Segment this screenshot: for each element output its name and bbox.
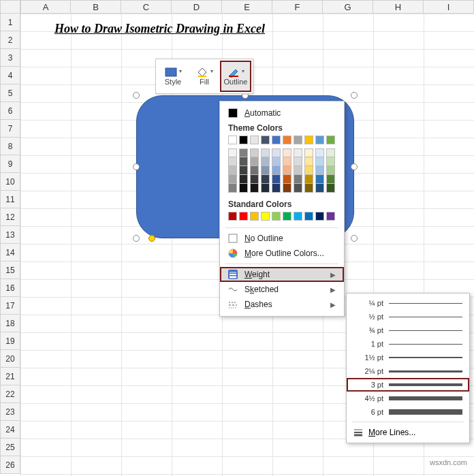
sketched-submenu[interactable]: Sketched ▶ [220, 282, 344, 297]
weight-option[interactable]: 4½ pt [347, 392, 469, 405]
color-swatch[interactable] [250, 212, 259, 221]
row-header[interactable]: 5 [0, 84, 20, 102]
weight-option[interactable]: 1½ pt [347, 351, 469, 364]
color-swatch[interactable] [315, 148, 324, 157]
color-swatch[interactable] [272, 157, 281, 166]
style-button[interactable]: ▾ Style [157, 61, 189, 92]
color-swatch[interactable] [261, 184, 270, 193]
row-header[interactable]: 20 [0, 350, 20, 368]
color-swatch[interactable] [315, 157, 324, 166]
color-swatch[interactable] [283, 136, 291, 144]
color-swatch[interactable] [294, 148, 302, 157]
color-swatch[interactable] [239, 212, 248, 221]
color-swatch[interactable] [315, 184, 324, 193]
col-header[interactable]: I [424, 0, 474, 14]
color-swatch[interactable] [261, 212, 270, 221]
weight-option[interactable]: 2¼ pt [347, 364, 469, 378]
no-outline[interactable]: No Outline [220, 231, 344, 246]
resize-handle-w[interactable] [133, 163, 140, 170]
color-swatch[interactable] [228, 212, 237, 221]
outline-button[interactable]: ▾ Outline [220, 61, 251, 92]
row-header[interactable]: 22 [0, 385, 20, 403]
color-swatch[interactable] [304, 212, 313, 221]
color-swatch[interactable] [261, 136, 270, 144]
row-header[interactable]: 24 [0, 421, 20, 439]
color-swatch[interactable] [250, 157, 259, 166]
more-lines[interactable]: More Lines... [347, 425, 469, 440]
color-swatch[interactable] [304, 175, 313, 184]
weight-option[interactable]: 3 pt [347, 378, 469, 392]
color-swatch[interactable] [283, 148, 291, 157]
row-header[interactable]: 14 [0, 244, 20, 261]
color-swatch[interactable] [239, 166, 248, 175]
resize-handle-e[interactable] [351, 163, 358, 170]
color-swatch[interactable] [261, 148, 270, 157]
row-header[interactable]: 1 [0, 14, 20, 31]
color-swatch[interactable] [304, 184, 313, 193]
color-swatch[interactable] [228, 184, 237, 193]
color-swatch[interactable] [261, 157, 270, 166]
dashes-submenu[interactable]: Dashes ▶ [220, 297, 344, 312]
color-swatch[interactable] [294, 175, 302, 184]
row-header[interactable]: 16 [0, 279, 20, 297]
color-swatch[interactable] [239, 157, 248, 166]
automatic-color[interactable]: Automatic [220, 106, 344, 121]
color-swatch[interactable] [261, 175, 270, 184]
weight-option[interactable]: 1 pt [347, 337, 469, 351]
col-header[interactable]: A [20, 0, 71, 14]
resize-handle-nw[interactable] [133, 92, 140, 99]
row-header[interactable]: 26 [0, 456, 20, 474]
row-header[interactable]: 10 [0, 173, 20, 191]
color-swatch[interactable] [272, 184, 281, 193]
color-swatch[interactable] [326, 148, 335, 157]
resize-handle-sw[interactable] [133, 235, 140, 242]
color-swatch[interactable] [250, 148, 259, 157]
col-header[interactable]: D [172, 0, 222, 14]
color-swatch[interactable] [239, 136, 248, 144]
row-header[interactable]: 6 [0, 102, 20, 120]
color-swatch[interactable] [326, 166, 335, 175]
resize-handle-ne[interactable] [351, 92, 358, 99]
weight-option[interactable]: ¾ pt [347, 323, 469, 337]
weight-option[interactable]: ½ pt [347, 310, 469, 323]
row-header[interactable]: 9 [0, 155, 20, 173]
color-swatch[interactable] [228, 136, 237, 144]
color-swatch[interactable] [283, 212, 291, 221]
color-swatch[interactable] [326, 157, 335, 166]
col-header[interactable]: E [222, 0, 272, 14]
row-header[interactable]: 8 [0, 138, 20, 155]
row-header[interactable]: 7 [0, 120, 20, 138]
col-header[interactable]: G [323, 0, 373, 14]
weight-option[interactable]: ¼ pt [347, 296, 469, 310]
color-swatch[interactable] [315, 136, 324, 144]
color-swatch[interactable] [315, 175, 324, 184]
weight-submenu[interactable]: Weight ▶ [220, 267, 344, 282]
color-swatch[interactable] [272, 166, 281, 175]
color-swatch[interactable] [304, 148, 313, 157]
col-header[interactable]: F [272, 0, 323, 14]
color-swatch[interactable] [326, 175, 335, 184]
color-swatch[interactable] [283, 184, 291, 193]
row-header[interactable]: 19 [0, 332, 20, 350]
col-header[interactable]: C [121, 0, 172, 14]
color-swatch[interactable] [228, 166, 237, 175]
row-header[interactable]: 15 [0, 261, 20, 279]
color-swatch[interactable] [283, 157, 291, 166]
color-swatch[interactable] [283, 166, 291, 175]
color-swatch[interactable] [250, 166, 259, 175]
color-swatch[interactable] [304, 136, 313, 144]
color-swatch[interactable] [239, 148, 248, 157]
col-header[interactable]: B [71, 0, 121, 14]
row-header[interactable]: 11 [0, 191, 20, 208]
color-swatch[interactable] [294, 184, 302, 193]
color-swatch[interactable] [272, 212, 281, 221]
row-header[interactable]: 12 [0, 208, 20, 226]
color-swatch[interactable] [228, 148, 237, 157]
color-swatch[interactable] [272, 136, 281, 144]
row-header[interactable]: 18 [0, 315, 20, 332]
select-all-corner[interactable] [0, 0, 20, 14]
color-swatch[interactable] [283, 175, 291, 184]
color-swatch[interactable] [294, 157, 302, 166]
more-outline-colors[interactable]: More Outline Colors... [220, 246, 344, 261]
color-swatch[interactable] [250, 184, 259, 193]
